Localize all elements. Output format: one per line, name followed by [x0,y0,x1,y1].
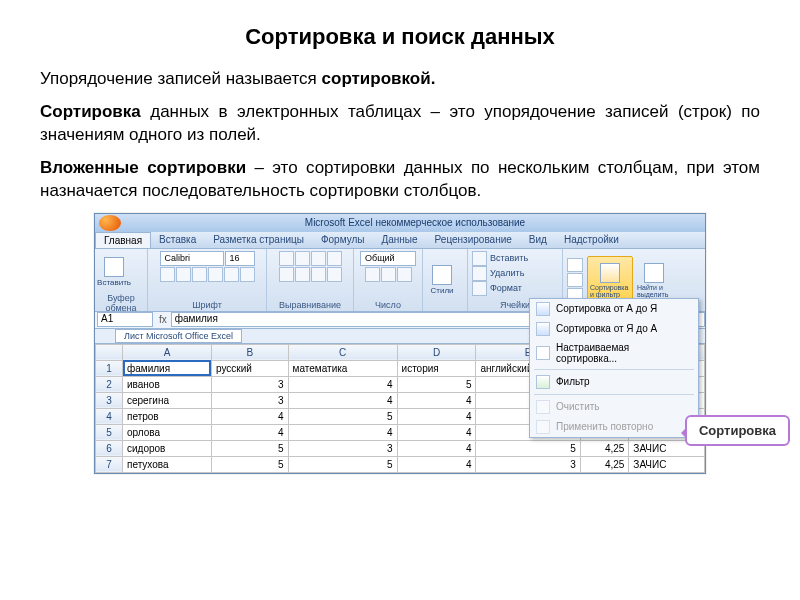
dropdown-filter[interactable]: Фильтр [530,372,698,392]
col-header-d[interactable]: D [397,344,476,360]
styles-button[interactable]: Стили [427,259,457,301]
merge-button[interactable] [327,267,342,282]
cell[interactable]: 4 [211,408,288,424]
tab-home[interactable]: Главная [95,232,151,248]
cell[interactable]: 4 [397,440,476,456]
col-header-c[interactable]: C [288,344,397,360]
insert-cells-button[interactable]: Вставить [472,251,528,266]
cell[interactable]: 3 [288,440,397,456]
paste-button[interactable]: Вставить [99,251,129,293]
cell[interactable]: математика [288,360,397,376]
cell[interactable]: 3 [476,456,580,472]
row-header[interactable]: 2 [96,376,123,392]
col-header-b[interactable]: B [211,344,288,360]
sheet-tab[interactable]: Лист Microsoft Office Excel [115,329,242,343]
cell[interactable]: 5 [476,440,580,456]
p1-bold: сортировкой. [322,69,436,88]
dropdown-custom-sort[interactable]: Настраиваемая сортировка... [530,339,698,367]
cell[interactable]: ЗАЧИС [629,456,705,472]
row-header[interactable]: 4 [96,408,123,424]
cell[interactable]: 3 [211,392,288,408]
italic-button[interactable] [176,267,191,282]
tab-view[interactable]: Вид [521,232,556,248]
cell[interactable]: 3 [211,376,288,392]
tab-addins[interactable]: Надстройки [556,232,628,248]
cell[interactable]: 5 [288,408,397,424]
cell[interactable]: 5 [211,440,288,456]
cell[interactable]: 4 [397,408,476,424]
clipboard-icon [104,257,124,277]
cell[interactable]: 5 [288,456,397,472]
styles-group-label [427,310,463,311]
fill-color-button[interactable] [224,267,239,282]
autosum-button[interactable] [567,258,583,272]
align-center-button[interactable] [295,267,310,282]
cell[interactable]: 4 [288,392,397,408]
row-header[interactable]: 6 [96,440,123,456]
percent-button[interactable] [381,267,396,282]
cell[interactable]: история [397,360,476,376]
tab-layout[interactable]: Разметка страницы [205,232,313,248]
cell[interactable]: фамилия [123,360,212,376]
window-title: Microsoft Excel некоммерческое использов… [129,217,701,228]
cell[interactable]: 4,25 [580,456,629,472]
row-header[interactable]: 5 [96,424,123,440]
cell[interactable]: 4 [397,392,476,408]
select-all-corner[interactable] [96,344,123,360]
font-size-select[interactable]: 16 [225,251,255,266]
underline-button[interactable] [192,267,207,282]
delete-cells-button[interactable]: Удалить [472,266,524,281]
row-header[interactable]: 3 [96,392,123,408]
cell[interactable]: 4 [288,376,397,392]
font-name-select[interactable]: Calibri [160,251,224,266]
cell[interactable]: сидоров [123,440,212,456]
cell[interactable]: 4,25 [580,440,629,456]
cell[interactable]: 5 [397,376,476,392]
cell[interactable]: 5 [211,456,288,472]
col-header-a[interactable]: A [123,344,212,360]
format-cells-button[interactable]: Формат [472,281,522,296]
cell[interactable]: русский [211,360,288,376]
cell[interactable]: петухова [123,456,212,472]
dropdown-separator-2 [534,394,694,395]
row-header[interactable]: 7 [96,456,123,472]
cell[interactable]: серегина [123,392,212,408]
cell[interactable]: 4 [211,424,288,440]
align-left-button[interactable] [279,267,294,282]
format-label: Формат [490,283,522,293]
bold-button[interactable] [160,267,175,282]
cell[interactable]: петров [123,408,212,424]
cell[interactable]: 4 [397,456,476,472]
cell[interactable]: 4 [397,424,476,440]
ribbon-tabs: Главная Вставка Разметка страницы Формул… [95,232,705,249]
dropdown-sort-za[interactable]: Сортировка от Я до А [530,319,698,339]
cell[interactable]: иванов [123,376,212,392]
comma-button[interactable] [397,267,412,282]
align-right-button[interactable] [311,267,326,282]
dropdown-reapply: Применить повторно [530,417,698,437]
paragraph-3: Вложенные сортировки – это сортировки да… [40,157,760,203]
cell[interactable]: орлова [123,424,212,440]
tab-formulas[interactable]: Формулы [313,232,374,248]
cell[interactable]: 4 [288,424,397,440]
tab-data[interactable]: Данные [373,232,426,248]
fill-button[interactable] [567,273,583,287]
number-format-select[interactable]: Общий [360,251,416,266]
delete-label: Удалить [490,268,524,278]
find-select-button[interactable]: Найти и выделить [637,259,671,301]
row-header[interactable]: 1 [96,360,123,376]
tab-review[interactable]: Рецензирование [427,232,521,248]
name-box[interactable]: A1 [97,312,153,327]
sort-za-label: Сортировка от Я до А [556,323,657,334]
align-top-button[interactable] [279,251,294,266]
office-button-icon[interactable] [99,215,121,231]
align-middle-button[interactable] [295,251,310,266]
align-bottom-button[interactable] [311,251,326,266]
currency-button[interactable] [365,267,380,282]
wrap-text-button[interactable] [327,251,342,266]
fx-icon[interactable]: fx [155,314,171,325]
dropdown-sort-az[interactable]: Сортировка от А до Я [530,299,698,319]
border-button[interactable] [208,267,223,282]
font-color-button[interactable] [240,267,255,282]
tab-insert[interactable]: Вставка [151,232,205,248]
